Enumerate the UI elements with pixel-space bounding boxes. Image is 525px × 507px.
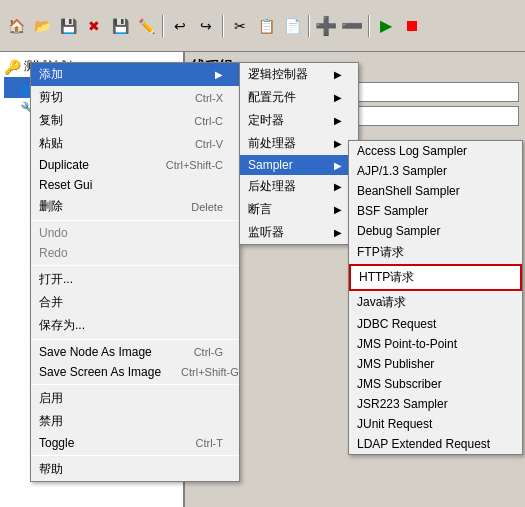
- ctx-add[interactable]: 添加 ▶: [31, 63, 239, 86]
- ctx-sep1: [31, 220, 239, 221]
- sub-add-post[interactable]: 后处理器 ▶: [240, 175, 358, 198]
- ctx-cut-shortcut: Ctrl-X: [195, 92, 223, 104]
- sep4: [368, 15, 370, 37]
- sampler-ajp-label: AJP/1.3 Sampler: [357, 164, 447, 178]
- paste-btn[interactable]: 📄: [280, 14, 304, 38]
- edit-btn[interactable]: ✏️: [134, 14, 158, 38]
- sampler-debug[interactable]: Debug Sampler: [349, 221, 522, 241]
- sampler-beanshell-label: BeanShell Sampler: [357, 184, 460, 198]
- ctx-duplicate[interactable]: Duplicate Ctrl+Shift-C: [31, 155, 239, 175]
- sampler-http-label: HTTP请求: [359, 269, 414, 286]
- ctx-toggle-shortcut: Ctrl-T: [196, 437, 224, 449]
- submenu-sampler[interactable]: Access Log Sampler AJP/1.3 Sampler BeanS…: [348, 140, 523, 455]
- ctx-open[interactable]: 打开...: [31, 268, 239, 291]
- sub-add-timer-label: 定时器: [248, 112, 284, 129]
- sampler-ftp[interactable]: FTP请求: [349, 241, 522, 264]
- ctx-reset-gui-label: Reset Gui: [39, 178, 92, 192]
- ctx-cut[interactable]: 剪切 Ctrl-X: [31, 86, 239, 109]
- sep2: [222, 15, 224, 37]
- sub-add-config[interactable]: 配置元件 ▶: [240, 86, 358, 109]
- sampler-jdbc-label: JDBC Request: [357, 317, 436, 331]
- sub-add-pre-arrow: ▶: [334, 138, 342, 149]
- sampler-ajp[interactable]: AJP/1.3 Sampler: [349, 161, 522, 181]
- sampler-jms-p2p[interactable]: JMS Point-to-Point: [349, 334, 522, 354]
- sampler-ftp-label: FTP请求: [357, 244, 404, 261]
- sampler-debug-label: Debug Sampler: [357, 224, 440, 238]
- sampler-jms-pub-label: JMS Publisher: [357, 357, 434, 371]
- ctx-enable-label: 启用: [39, 390, 63, 407]
- sampler-beanshell[interactable]: BeanShell Sampler: [349, 181, 522, 201]
- ctx-reset-gui[interactable]: Reset Gui: [31, 175, 239, 195]
- ctx-disable[interactable]: 禁用: [31, 410, 239, 433]
- copy-btn[interactable]: 📋: [254, 14, 278, 38]
- ctx-save-screen-label: Save Screen As Image: [39, 365, 161, 379]
- ctx-help-label: 帮助: [39, 461, 63, 478]
- sampler-jms-pub[interactable]: JMS Publisher: [349, 354, 522, 374]
- sub-add-logic[interactable]: 逻辑控制器 ▶: [240, 63, 358, 86]
- ctx-save-node-label: Save Node As Image: [39, 345, 152, 359]
- sub-add-listener[interactable]: 监听器 ▶: [240, 221, 358, 244]
- ctx-sep5: [31, 455, 239, 456]
- sampler-junit[interactable]: JUnit Request: [349, 414, 522, 434]
- sub-add-sampler[interactable]: Sampler ▶: [240, 155, 358, 175]
- home-btn[interactable]: 🏠: [4, 14, 28, 38]
- sampler-jsr223-label: JSR223 Sampler: [357, 397, 448, 411]
- sampler-ldap[interactable]: LDAP Extended Request: [349, 434, 522, 454]
- sep1: [162, 15, 164, 37]
- ctx-delete-label: 删除: [39, 198, 63, 215]
- run-btn[interactable]: ▶: [374, 14, 398, 38]
- sub-add-assert[interactable]: 断言 ▶: [240, 198, 358, 221]
- undo-btn[interactable]: ↩: [168, 14, 192, 38]
- sub-add-pre[interactable]: 前处理器 ▶: [240, 132, 358, 155]
- submenu-add[interactable]: 逻辑控制器 ▶ 配置元件 ▶ 定时器 ▶ 前处理器 ▶ Sampler ▶ 后处…: [239, 62, 359, 245]
- ctx-add-arrow: ▶: [215, 69, 223, 80]
- ctx-paste[interactable]: 粘贴 Ctrl-V: [31, 132, 239, 155]
- add-btn[interactable]: ➕: [314, 14, 338, 38]
- sampler-junit-label: JUnit Request: [357, 417, 432, 431]
- sub-add-logic-label: 逻辑控制器: [248, 66, 308, 83]
- sampler-access-log[interactable]: Access Log Sampler: [349, 141, 522, 161]
- ctx-sep3: [31, 339, 239, 340]
- sampler-jdbc[interactable]: JDBC Request: [349, 314, 522, 334]
- context-menu[interactable]: 添加 ▶ 剪切 Ctrl-X 复制 Ctrl-C 粘贴 Ctrl-V Dupli…: [30, 62, 240, 482]
- sub-add-assert-label: 断言: [248, 201, 272, 218]
- sub-add-timer[interactable]: 定时器 ▶: [240, 109, 358, 132]
- sub-add-post-arrow: ▶: [334, 181, 342, 192]
- ctx-copy-shortcut: Ctrl-C: [194, 115, 223, 127]
- save2-btn[interactable]: 💾: [108, 14, 132, 38]
- ctx-undo: Undo: [31, 223, 239, 243]
- sampler-jms-sub[interactable]: JMS Subscriber: [349, 374, 522, 394]
- ctx-toggle[interactable]: Toggle Ctrl-T: [31, 433, 239, 453]
- ctx-paste-label: 粘贴: [39, 135, 63, 152]
- ctx-duplicate-label: Duplicate: [39, 158, 89, 172]
- ctx-delete[interactable]: 删除 Delete: [31, 195, 239, 218]
- cut-btn[interactable]: ✂: [228, 14, 252, 38]
- sampler-bsf[interactable]: BSF Sampler: [349, 201, 522, 221]
- ctx-enable[interactable]: 启用: [31, 387, 239, 410]
- open-btn[interactable]: 📂: [30, 14, 54, 38]
- sampler-jsr223[interactable]: JSR223 Sampler: [349, 394, 522, 414]
- stop-btn[interactable]: ⏹: [400, 14, 424, 38]
- ctx-undo-label: Undo: [39, 226, 68, 240]
- sampler-access-log-label: Access Log Sampler: [357, 144, 467, 158]
- sampler-bsf-label: BSF Sampler: [357, 204, 428, 218]
- redo-btn[interactable]: ↪: [194, 14, 218, 38]
- ctx-save-node[interactable]: Save Node As Image Ctrl-G: [31, 342, 239, 362]
- save-btn[interactable]: 💾: [56, 14, 80, 38]
- ctx-disable-label: 禁用: [39, 413, 63, 430]
- close-btn[interactable]: ✖: [82, 14, 106, 38]
- ctx-save-as[interactable]: 保存为...: [31, 314, 239, 337]
- ctx-copy[interactable]: 复制 Ctrl-C: [31, 109, 239, 132]
- sub-add-config-label: 配置元件: [248, 89, 296, 106]
- ctx-merge[interactable]: 合并: [31, 291, 239, 314]
- ctx-save-screen[interactable]: Save Screen As Image Ctrl+Shift-G: [31, 362, 239, 382]
- sampler-http[interactable]: HTTP请求: [349, 264, 522, 291]
- ctx-open-label: 打开...: [39, 271, 73, 288]
- ctx-duplicate-shortcut: Ctrl+Shift-C: [166, 159, 223, 171]
- ctx-cut-label: 剪切: [39, 89, 63, 106]
- remove-btn[interactable]: ➖: [340, 14, 364, 38]
- ctx-help[interactable]: 帮助: [31, 458, 239, 481]
- sub-add-post-label: 后处理器: [248, 178, 296, 195]
- sampler-ldap-label: LDAP Extended Request: [357, 437, 490, 451]
- sampler-java[interactable]: Java请求: [349, 291, 522, 314]
